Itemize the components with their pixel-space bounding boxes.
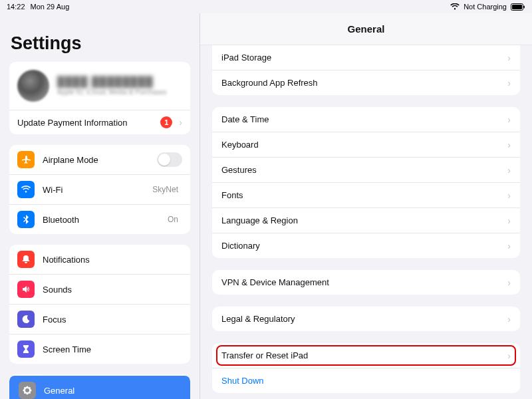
storage-section: iPad Storage › Background App Refresh ›: [212, 45, 520, 95]
row-label: Notifications: [43, 255, 182, 265]
settings-sidebar[interactable]: Settings ████ ████████ Apple ID, iCloud,…: [0, 13, 200, 399]
row-label: Sounds: [43, 285, 182, 295]
row-label: Update Payment Information: [17, 118, 160, 128]
apple-id-row[interactable]: ████ ████████ Apple ID, iCloud, Media & …: [9, 62, 190, 110]
sidebar-item-notifications[interactable]: Notifications: [9, 245, 190, 274]
moon-icon: [17, 311, 35, 328]
row-label: Focus: [43, 315, 182, 325]
alerts-card: Notifications Sounds Focus Screen Time: [9, 245, 190, 364]
bluetooth-icon: [17, 211, 35, 228]
chevron-right-icon: ›: [507, 140, 511, 150]
row-label: Bluetooth: [43, 215, 168, 225]
profile-card: ████ ████████ Apple ID, iCloud, Media & …: [9, 62, 190, 134]
speaker-icon: [17, 281, 35, 298]
row-ipad-storage[interactable]: iPad Storage ›: [212, 45, 520, 70]
chevron-right-icon: ›: [507, 351, 511, 360]
chevron-right-icon: ›: [179, 118, 182, 127]
connectivity-card: Airplane Mode Wi-Fi SkyNet Bluetooth On: [9, 145, 190, 234]
airplane-icon: [17, 151, 35, 168]
avatar: [17, 70, 49, 102]
badge: 1: [160, 116, 172, 128]
sidebar-item-general[interactable]: General: [9, 376, 190, 399]
reset-section: Transfer or Reset iPad › Shut Down: [212, 343, 520, 393]
status-charge: Not Charging: [464, 3, 507, 11]
row-label: Airplane Mode: [43, 155, 157, 165]
detail-pane[interactable]: General iPad Storage › Background App Re…: [200, 13, 532, 399]
chevron-right-icon: ›: [507, 191, 511, 200]
sidebar-item-screentime[interactable]: Screen Time: [9, 334, 190, 364]
detail-title: General: [200, 13, 532, 45]
wifi-icon: [450, 3, 460, 10]
row-label: General: [44, 386, 181, 396]
input-section: Date & Time › Keyboard › Gestures › Font…: [212, 107, 520, 258]
profile-name: ████ ████████: [57, 76, 167, 87]
row-value: On: [168, 215, 178, 224]
row-gestures[interactable]: Gestures ›: [212, 157, 520, 182]
airplane-toggle[interactable]: [157, 152, 182, 167]
row-keyboard[interactable]: Keyboard ›: [212, 132, 520, 157]
chevron-right-icon: ›: [507, 166, 511, 175]
row-dictionary[interactable]: Dictionary ›: [212, 233, 520, 258]
sidebar-item-airplane[interactable]: Airplane Mode: [9, 145, 190, 174]
svg-rect-2: [524, 5, 525, 8]
battery-icon: [511, 3, 525, 11]
row-bg-app-refresh[interactable]: Background App Refresh ›: [212, 70, 520, 95]
bell-icon: [17, 251, 35, 268]
system-card: General Control Centre: [9, 374, 190, 399]
wifi-icon: [17, 181, 35, 198]
status-bar: 14:22 Mon 29 Aug Not Charging: [0, 0, 532, 13]
gear-icon: [19, 382, 36, 399]
chevron-right-icon: ›: [507, 53, 511, 63]
row-label: Screen Time: [43, 344, 182, 354]
chevron-right-icon: ›: [507, 216, 511, 225]
update-payment-row[interactable]: Update Payment Information 1 ›: [9, 110, 190, 134]
svg-rect-1: [512, 5, 522, 9]
sidebar-item-sounds[interactable]: Sounds: [9, 274, 190, 304]
chevron-right-icon: ›: [507, 115, 511, 124]
row-shut-down[interactable]: Shut Down: [212, 368, 520, 393]
row-language-region[interactable]: Language & Region ›: [212, 207, 520, 233]
chevron-right-icon: ›: [507, 241, 511, 251]
row-label: Wi-Fi: [43, 185, 152, 195]
legal-section: Legal & Regulatory ›: [212, 307, 520, 331]
status-time: 14:22: [7, 3, 25, 11]
row-date-time[interactable]: Date & Time ›: [212, 107, 520, 132]
chevron-right-icon: ›: [507, 78, 511, 88]
chevron-right-icon: ›: [507, 278, 511, 287]
status-date: Mon 29 Aug: [31, 3, 70, 11]
row-legal[interactable]: Legal & Regulatory ›: [212, 307, 520, 331]
hourglass-icon: [17, 340, 35, 358]
row-vpn-device-mgmt[interactable]: VPN & Device Management ›: [212, 270, 520, 295]
vpn-section: VPN & Device Management ›: [212, 270, 520, 295]
row-fonts[interactable]: Fonts ›: [212, 182, 520, 207]
sidebar-item-bluetooth[interactable]: Bluetooth On: [9, 204, 190, 234]
profile-sub: Apple ID, iCloud, Media & Purchases: [57, 88, 167, 96]
row-transfer-reset[interactable]: Transfer or Reset iPad ›: [212, 343, 520, 368]
page-title: Settings: [9, 13, 190, 62]
row-value: SkyNet: [152, 185, 178, 194]
sidebar-item-wifi[interactable]: Wi-Fi SkyNet: [9, 174, 190, 204]
sidebar-item-focus[interactable]: Focus: [9, 304, 190, 334]
chevron-right-icon: ›: [507, 315, 511, 324]
